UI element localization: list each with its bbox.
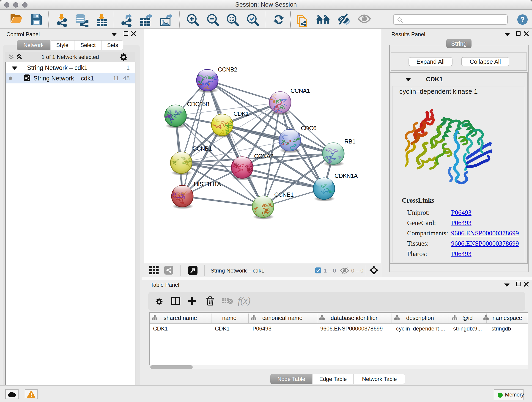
svg-text:CCNB1: CCNB1 — [192, 145, 212, 152]
svg-text:CDK1: CDK1 — [234, 110, 249, 117]
svg-text:CCNE1: CCNE1 — [274, 191, 293, 198]
svg-text:CCNB2: CCNB2 — [218, 66, 237, 73]
svg-text:CDC6: CDC6 — [301, 125, 317, 132]
svg-text:CCNA2: CCNA2 — [254, 153, 273, 160]
svg-text:?: ? — [520, 16, 525, 24]
svg-text:CDKN1A: CDKN1A — [335, 172, 358, 179]
svg-text:CCNA1: CCNA1 — [291, 87, 310, 94]
svg-text:RB1: RB1 — [344, 138, 355, 145]
svg-text:CDC25B: CDC25B — [187, 101, 209, 108]
svg-text:HIST1H1A: HIST1H1A — [194, 181, 221, 187]
